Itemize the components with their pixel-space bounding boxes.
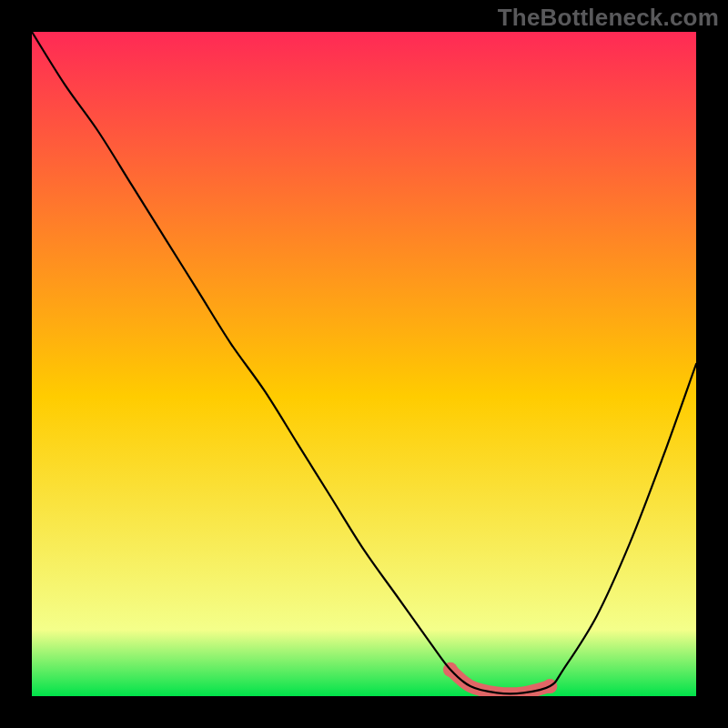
watermark-text: TheBottleneck.com xyxy=(498,4,719,32)
chart-plot-area xyxy=(32,32,696,696)
chart-frame: TheBottleneck.com xyxy=(0,0,728,728)
chart-background-gradient xyxy=(32,32,696,696)
chart-svg xyxy=(32,32,696,696)
